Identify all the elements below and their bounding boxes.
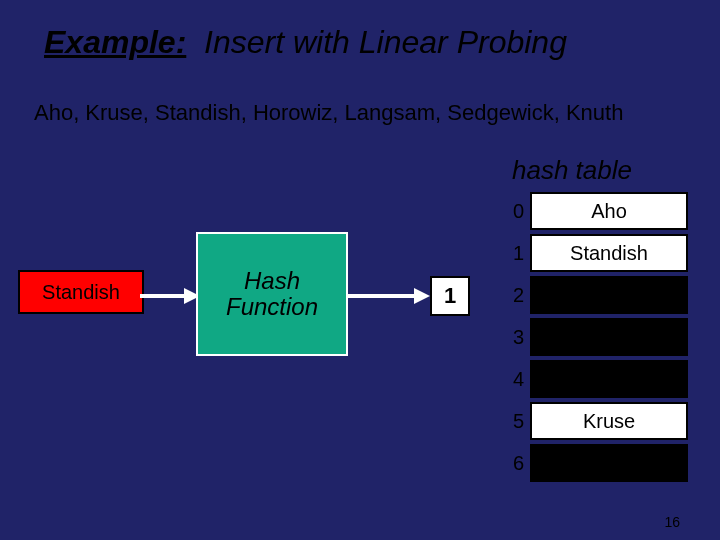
table-row: 2 (498, 274, 688, 316)
row-index: 0 (498, 200, 524, 223)
hash-function-box: Hash Function (196, 232, 348, 356)
row-index: 1 (498, 242, 524, 265)
row-index: 3 (498, 326, 524, 349)
row-index: 6 (498, 452, 524, 475)
table-row: 0 Aho (498, 190, 688, 232)
hash-function-label: Hash Function (226, 268, 318, 321)
hash-output-box: 1 (430, 276, 470, 316)
title-example: Example: (44, 24, 186, 60)
title-rest: Insert with Linear Probing (204, 24, 567, 60)
table-row: 4 (498, 358, 688, 400)
table-row: 5 Kruse (498, 400, 688, 442)
hash-table: 0 Aho 1 Standish 2 3 4 5 Kruse 6 (498, 190, 688, 484)
row-index: 5 (498, 410, 524, 433)
arrow-input-to-hash (140, 286, 200, 306)
table-row: 1 Standish (498, 232, 688, 274)
arrow-hash-to-output (348, 286, 430, 306)
row-cell: Kruse (530, 402, 688, 440)
slide-title: Example: Insert with Linear Probing (44, 24, 567, 61)
row-index: 4 (498, 368, 524, 391)
input-name-box: Standish (18, 270, 144, 314)
hash-table-caption: hash table (512, 155, 632, 186)
row-cell: Standish (530, 234, 688, 272)
names-list: Aho, Kruse, Standish, Horowiz, Langsam, … (34, 100, 623, 126)
slide-number: 16 (664, 514, 680, 530)
table-row: 6 (498, 442, 688, 484)
table-row: 3 (498, 316, 688, 358)
row-cell (530, 360, 688, 398)
row-cell (530, 318, 688, 356)
row-index: 2 (498, 284, 524, 307)
row-cell: Aho (530, 192, 688, 230)
row-cell (530, 444, 688, 482)
row-cell (530, 276, 688, 314)
svg-marker-3 (414, 288, 430, 304)
